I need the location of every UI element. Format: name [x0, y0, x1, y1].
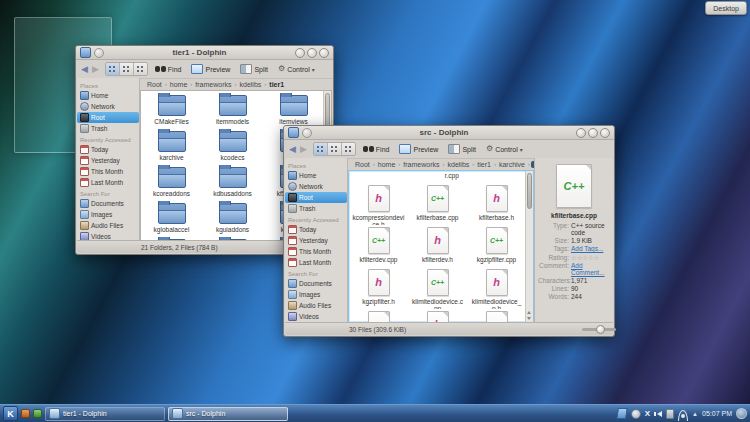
sidebar-item-trash[interactable]: Trash [285, 203, 347, 214]
breadcrumb-frameworks[interactable]: frameworks [193, 81, 233, 88]
sidebar-item-this-month[interactable]: This Month [285, 246, 347, 257]
minimize-button[interactable] [576, 128, 586, 138]
icons-view-button[interactable] [106, 63, 120, 75]
plasma-cashew-icon[interactable] [736, 408, 747, 419]
back-arrow-icon[interactable]: ◀ [81, 65, 88, 74]
compact-view-button[interactable] [328, 143, 342, 155]
maximize-button[interactable] [307, 48, 317, 58]
sidebar-item-yesterday[interactable]: Yesterday [285, 235, 347, 246]
breadcrumb-kdelibs[interactable]: kdelibs [446, 161, 472, 168]
file-item[interactable]: klimitediodevice_p.h [467, 267, 526, 309]
scrollbar-thumb[interactable] [325, 93, 330, 129]
titlebar-menu-icon[interactable] [302, 128, 312, 138]
sidebar-item-yesterday[interactable]: Yesterday [77, 155, 139, 166]
vertical-scrollbar[interactable] [525, 171, 533, 322]
sidebar-item-last-month[interactable]: Last Month [77, 177, 139, 188]
control-button[interactable]: ⚙ Control ▾ [483, 144, 526, 154]
titlebar[interactable]: tier1 - Dolphin [76, 46, 333, 60]
breadcrumb-tier1[interactable]: tier1 [267, 81, 286, 88]
scrollbar-thumb[interactable] [527, 173, 532, 209]
zoom-slider[interactable] [582, 325, 605, 334]
maximize-button[interactable] [588, 128, 598, 138]
split-button[interactable]: Split [237, 63, 271, 75]
breadcrumb-karchive[interactable]: karchive [497, 161, 527, 168]
minimize-button[interactable] [295, 48, 305, 58]
sidebar-item-audio[interactable]: Audio Files [77, 220, 139, 231]
file-item[interactable]: kgzipfilter.h [349, 267, 408, 309]
forward-arrow-icon[interactable]: ▶ [92, 65, 99, 74]
xorg-icon[interactable]: X [645, 410, 650, 418]
split-button[interactable]: Split [445, 143, 479, 155]
folder-item[interactable]: itemmodels [202, 93, 263, 129]
clipped-file-label[interactable]: r.cpp [445, 172, 459, 179]
breadcrumb-home[interactable]: home [168, 81, 190, 88]
sidebar-item-root[interactable]: Root [285, 192, 347, 203]
clock[interactable]: 05:07 PM [702, 410, 732, 417]
folder-item[interactable]: kguiaddons [202, 201, 263, 237]
icons-view-button[interactable] [314, 143, 328, 155]
file-item[interactable]: ktar.cpp [467, 309, 526, 323]
sidebar-item-network[interactable]: Network [77, 101, 139, 112]
breadcrumb-tier1[interactable]: tier1 [475, 161, 493, 168]
sidebar-item-last-month[interactable]: Last Month [285, 257, 347, 268]
quick-launch-icon-1[interactable] [21, 409, 30, 418]
sidebar-item-audio[interactable]: Audio Files [285, 300, 347, 311]
breadcrumb-home[interactable]: home [376, 161, 398, 168]
find-button[interactable]: Find [360, 145, 393, 154]
sidebar-item-images[interactable]: Images [285, 289, 347, 300]
close-button[interactable] [600, 128, 610, 138]
sidebar-item-documents[interactable]: Documents [77, 198, 139, 209]
taskbar-task-tier1[interactable]: tier1 - Dolphin [45, 407, 165, 421]
klipper-icon[interactable] [616, 408, 628, 419]
sidebar-item-today[interactable]: Today [77, 144, 139, 155]
add-tags-link[interactable]: Add Tags... [571, 245, 603, 252]
desktop-toolbox-button[interactable]: Desktop [705, 1, 747, 15]
sidebar-item-documents[interactable]: Documents [285, 278, 347, 289]
sidebar-item-root[interactable]: Root [77, 112, 139, 123]
titlebar-menu-icon[interactable] [94, 48, 104, 58]
forward-arrow-icon[interactable]: ▶ [300, 145, 307, 154]
file-item[interactable]: kfilterdev.h [408, 225, 467, 267]
sidebar-item-images[interactable]: Images [77, 209, 139, 220]
folder-item[interactable]: kdbusaddons [202, 165, 263, 201]
close-button[interactable] [319, 48, 329, 58]
folder-item[interactable]: kglobalaccel [141, 201, 202, 237]
breadcrumb-root[interactable]: Root [353, 161, 372, 168]
folder-item[interactable]: kcodecs [202, 129, 263, 165]
compact-view-button[interactable] [120, 63, 134, 75]
details-view-button[interactable] [134, 63, 147, 75]
folder-item[interactable]: kcoreaddons [141, 165, 202, 201]
file-item[interactable]: kcompressiondevice.h [349, 183, 408, 225]
device-notifier-icon[interactable] [631, 409, 641, 419]
file-item[interactable]: knonefilter.h [408, 309, 467, 323]
file-item[interactable]: kfilterbase.cpp [408, 183, 467, 225]
preview-button[interactable]: Preview [188, 63, 233, 75]
zoom-slider-handle[interactable] [596, 325, 605, 334]
add-comment-link[interactable]: Add Comment... [571, 262, 610, 276]
details-view-button[interactable] [342, 143, 355, 155]
sidebar-item-this-month[interactable]: This Month [77, 166, 139, 177]
preview-button[interactable]: Preview [396, 143, 441, 155]
breadcrumb-kdelibs[interactable]: kdelibs [238, 81, 264, 88]
sidebar-item-today[interactable]: Today [285, 224, 347, 235]
control-button[interactable]: ⚙ Control ▾ [275, 64, 318, 74]
titlebar[interactable]: src - Dolphin [284, 126, 614, 140]
sidebar-item-home[interactable]: Home [285, 170, 347, 181]
file-item[interactable]: kfilterbase.h [467, 183, 526, 225]
rating-stars[interactable]: ☆ ☆ ☆ ☆ ☆ [571, 254, 598, 261]
folder-item[interactable]: CMakeFiles [141, 93, 202, 129]
breadcrumb-frameworks[interactable]: frameworks [401, 161, 441, 168]
scroll-down-icon[interactable] [527, 317, 531, 320]
sidebar-item-videos[interactable]: Videos [285, 311, 347, 322]
back-arrow-icon[interactable]: ◀ [289, 145, 296, 154]
sidebar-item-network[interactable]: Network [285, 181, 347, 192]
kde-menu-button[interactable]: K [3, 406, 18, 421]
scroll-up-icon[interactable] [527, 311, 531, 314]
file-item[interactable]: kgzipfilter.cpp [467, 225, 526, 267]
folder-item[interactable]: itemviews [263, 93, 324, 129]
wifi-icon[interactable] [678, 410, 688, 417]
usb-device-icon[interactable] [666, 409, 674, 419]
tray-expander-icon[interactable]: ▲ [692, 411, 698, 417]
volume-icon[interactable] [654, 411, 662, 417]
file-item[interactable]: kfilterdev.cpp [349, 225, 408, 267]
